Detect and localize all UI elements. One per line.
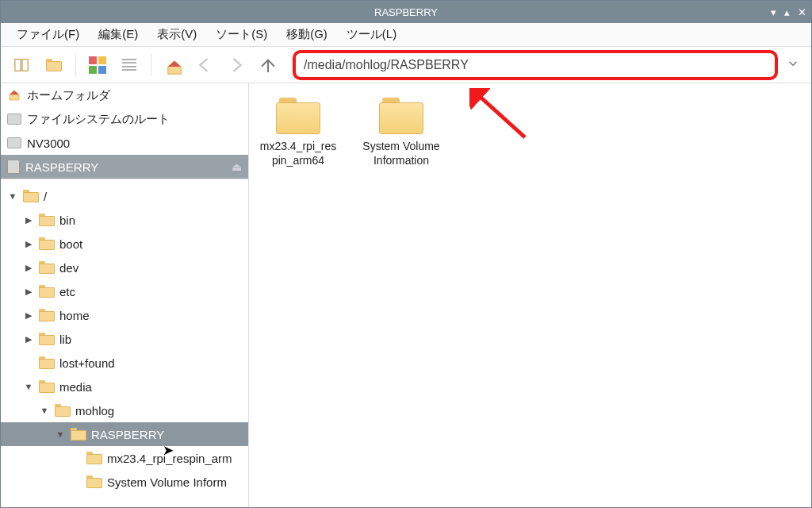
home-icon (166, 59, 180, 71)
menu-edit[interactable]: 編集(E) (89, 24, 147, 45)
toolbar-separator (75, 54, 76, 76)
menu-file[interactable]: ファイル(F) (7, 24, 89, 45)
caret-right-icon: ▶ (23, 310, 34, 321)
folder-icon (39, 237, 55, 250)
folder-icon (23, 190, 39, 202)
place-raspberry[interactable]: RASPBERRY ⏏ (1, 155, 248, 179)
place-label: NV3000 (27, 137, 70, 150)
folder-icon (379, 98, 423, 134)
tree-label: home (59, 309, 90, 322)
tree-lostfound[interactable]: ▶ lost+found (1, 351, 248, 375)
place-label: RASPBERRY (25, 160, 98, 174)
file-item[interactable]: mx23.4_rpi_respin_arm64 (259, 98, 338, 167)
nav-up-button[interactable] (255, 52, 282, 78)
home-icon (7, 89, 21, 102)
folder-icon (86, 475, 102, 488)
tree-label: RASPBERRY (91, 428, 164, 441)
nav-forward-button[interactable] (223, 52, 250, 78)
toolbar: /media/mohlog/RASPBERRY (1, 47, 811, 83)
folder-icon (276, 98, 320, 134)
folder-icon (71, 428, 86, 441)
new-folder-button[interactable] (40, 52, 67, 78)
caret-right-icon: ▶ (23, 263, 34, 273)
folder-icon (39, 380, 55, 393)
file-grid[interactable]: mx23.4_rpi_respin_arm64 System Volume In… (249, 83, 811, 508)
grid-icon (89, 56, 106, 74)
tree-label: / (44, 190, 47, 203)
folder-icon (39, 309, 55, 321)
tree-mohlog[interactable]: ▼ mohlog (1, 398, 248, 422)
tree-label: lost+found (59, 356, 115, 370)
tree-child-b[interactable]: ▶ System Volume Inform (1, 470, 248, 494)
path-input[interactable]: /media/mohlog/RASPBERRY (293, 50, 778, 80)
file-item[interactable]: System Volume Information (362, 98, 441, 167)
tree-etc[interactable]: ▶ etc (1, 279, 248, 303)
svg-rect-1 (22, 59, 28, 71)
list-view-button[interactable] (116, 52, 143, 78)
path-dropdown-button[interactable] (783, 58, 803, 71)
places-panel: ホームフォルダ ファイルシステムのルート NV3000 RASPBERRY ⏏ (1, 83, 248, 179)
tree-dev[interactable]: ▶ dev (1, 256, 248, 279)
toolbar-separator (151, 54, 151, 76)
nav-back-button[interactable] (191, 52, 218, 78)
drive-icon (7, 114, 21, 125)
window-title: RASPBERRY (374, 6, 438, 18)
folder-icon (55, 404, 71, 417)
sidebar: ホームフォルダ ファイルシステムのルート NV3000 RASPBERRY ⏏ … (1, 83, 249, 508)
folder-icon (39, 285, 55, 298)
new-tab-button[interactable] (9, 52, 36, 78)
folder-icon (39, 356, 55, 369)
tree-boot[interactable]: ▶ boot (1, 232, 248, 256)
tree-root[interactable]: ▼ / (1, 184, 248, 208)
menu-sort[interactable]: ソート(S) (206, 24, 277, 45)
tree-raspberry[interactable]: ▼ RASPBERRY (1, 422, 248, 446)
tree-label: media (59, 380, 92, 394)
menu-go[interactable]: 移動(G) (277, 24, 337, 45)
file-label: System Volume Information (362, 139, 441, 167)
window-minimize-button[interactable]: ▾ (771, 6, 776, 18)
window-maximize-button[interactable]: ▴ (784, 6, 790, 18)
tree-label: lib (59, 333, 71, 346)
folder-icon (39, 261, 55, 274)
caret-down-icon: ▼ (39, 406, 50, 415)
place-label: ホームフォルダ (27, 88, 110, 103)
caret-right-icon: ▶ (23, 239, 34, 249)
folder-icon (39, 214, 55, 226)
tree-label: etc (59, 285, 75, 298)
menu-tools[interactable]: ツール(L) (337, 24, 406, 45)
svg-line-2 (476, 93, 525, 137)
menu-bar: ファイル(F) 編集(E) 表示(V) ソート(S) 移動(G) ツール(L) (1, 23, 811, 47)
tree-child-a[interactable]: ▶ mx23.4_rpi_respin_arm (1, 446, 248, 470)
tree-label: bin (59, 214, 75, 227)
folder-tree: ▼ / ▶ bin ▶ boot ▶ dev ▶ et (1, 179, 248, 508)
tree-home[interactable]: ▶ home (1, 303, 248, 327)
place-nv3000[interactable]: NV3000 (1, 131, 248, 155)
place-label: ファイルシステムのルート (27, 112, 170, 127)
menu-view[interactable]: 表示(V) (147, 24, 206, 45)
tree-label: boot (59, 237, 82, 251)
caret-right-icon: ▶ (23, 215, 34, 225)
mouse-cursor-icon: ➤ (163, 442, 174, 459)
eject-icon[interactable]: ⏏ (232, 160, 242, 173)
drive-icon (7, 137, 21, 148)
caret-right-icon: ▶ (23, 334, 34, 344)
annotation-arrow-icon (469, 88, 533, 144)
place-filesystem-root[interactable]: ファイルシステムのルート (1, 107, 248, 131)
tree-label: dev (59, 261, 79, 275)
caret-down-icon: ▼ (7, 191, 18, 201)
tree-label: mohlog (75, 404, 114, 418)
window-titlebar: RASPBERRY ▾ ▴ ✕ (1, 1, 811, 23)
place-home[interactable]: ホームフォルダ (1, 83, 248, 107)
folder-icon (86, 452, 102, 464)
caret-right-icon: ▶ (23, 287, 34, 297)
tree-bin[interactable]: ▶ bin (1, 208, 248, 232)
window-close-button[interactable]: ✕ (798, 6, 806, 18)
tree-media[interactable]: ▼ media (1, 375, 248, 398)
tree-label: System Volume Inform (107, 475, 227, 489)
go-home-button[interactable] (159, 52, 186, 78)
tree-lib[interactable]: ▶ lib (1, 327, 248, 351)
icon-view-button[interactable] (84, 52, 111, 78)
caret-down-icon: ▼ (23, 382, 34, 391)
list-icon (121, 56, 138, 74)
caret-down-icon: ▼ (55, 429, 66, 439)
